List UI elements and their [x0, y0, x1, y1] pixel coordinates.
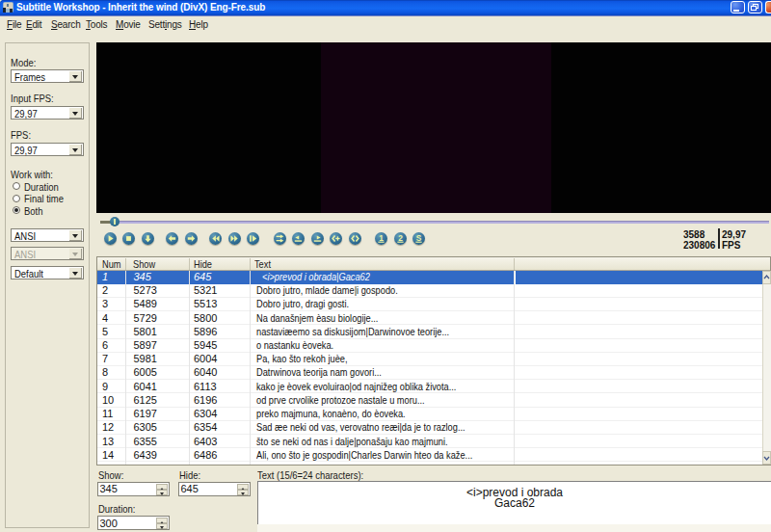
svg-text:S: S	[416, 233, 422, 243]
svg-text:2: 2	[398, 233, 403, 243]
svg-text:1: 1	[379, 233, 384, 243]
